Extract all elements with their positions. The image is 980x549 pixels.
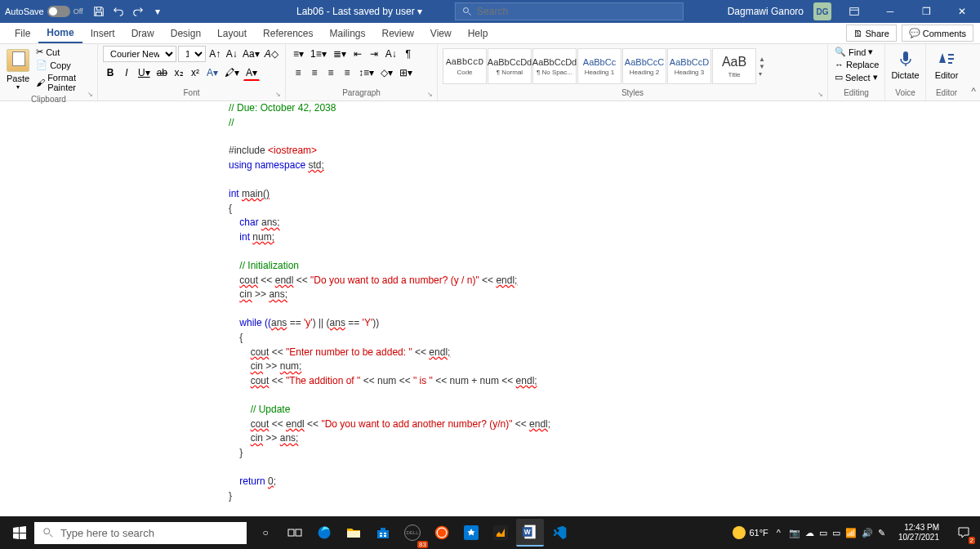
start-button[interactable] <box>5 518 34 547</box>
camera-icon[interactable]: 📷 <box>789 528 800 538</box>
styles-up-icon[interactable]: ▲ <box>759 56 765 63</box>
style-heading2[interactable]: AaBbCcCHeading 2 <box>622 48 666 84</box>
editor-button[interactable]: Editor <box>931 46 962 83</box>
clear-format-icon[interactable]: A◇ <box>263 46 280 62</box>
font-color-icon[interactable]: A▾ <box>243 65 260 81</box>
ribbon-display-icon[interactable] <box>841 0 867 23</box>
tray-chevron-icon[interactable]: ^ <box>777 528 781 538</box>
select-button[interactable]: ▭ Select ▾ <box>833 71 880 83</box>
tab-view[interactable]: View <box>422 25 460 42</box>
highlight-icon[interactable]: 🖍▾ <box>222 65 242 81</box>
grow-font-icon[interactable]: A↑ <box>207 46 223 62</box>
wifi-icon[interactable]: 📶 <box>845 528 857 538</box>
dictate-button[interactable]: Dictate <box>890 46 920 83</box>
clock[interactable]: 12:43 PM 10/27/2021 <box>893 523 944 542</box>
replace-button[interactable]: ↔ Replace <box>833 59 880 70</box>
tab-mailings[interactable]: Mailings <box>321 25 373 42</box>
maximize-icon[interactable]: ❐ <box>913 0 939 23</box>
style-normal[interactable]: AaBbCcDd¶ Normal <box>488 48 532 84</box>
store-icon[interactable] <box>369 519 397 547</box>
show-marks-icon[interactable]: ¶ <box>401 46 416 62</box>
superscript-button[interactable]: x² <box>188 65 203 81</box>
styles-launcher-icon[interactable]: ↘ <box>817 91 826 99</box>
vscode-icon[interactable] <box>546 519 573 547</box>
close-icon[interactable]: ✕ <box>949 0 975 23</box>
search-box[interactable] <box>455 2 684 20</box>
tab-review[interactable]: Review <box>374 25 422 42</box>
align-center-icon[interactable]: ≡ <box>307 65 322 81</box>
edge-icon[interactable] <box>310 519 338 547</box>
onedrive-icon[interactable]: ☁ <box>805 528 814 538</box>
justify-icon[interactable]: ≡ <box>340 65 354 81</box>
word-icon[interactable]: W <box>516 519 544 547</box>
text-effects-icon[interactable]: A▾ <box>204 65 220 81</box>
tab-home[interactable]: Home <box>38 24 82 43</box>
clipboard-launcher-icon[interactable]: ↘ <box>87 91 96 99</box>
app-icon[interactable] <box>457 519 485 547</box>
align-right-icon[interactable]: ≡ <box>323 65 338 81</box>
style-heading3[interactable]: AaBbCcDHeading 3 <box>667 48 711 84</box>
change-case-icon[interactable]: Aa▾ <box>241 46 261 62</box>
qat-more-icon[interactable]: ▾ <box>150 4 165 19</box>
cut-button[interactable]: ✂ Cut <box>34 46 92 58</box>
pen-icon[interactable]: ✎ <box>878 528 885 538</box>
battery-icon[interactable]: ▭ <box>832 528 840 538</box>
groove-icon[interactable] <box>428 519 456 547</box>
shading-icon[interactable]: ◇▾ <box>378 65 395 81</box>
bullets-icon[interactable]: ≡▾ <box>291 46 306 62</box>
username[interactable]: Dagmawi Ganoro <box>728 6 804 17</box>
taskbar-search[interactable]: Type here to search <box>34 522 247 544</box>
redo-icon[interactable] <box>131 4 145 19</box>
cortana-icon[interactable]: ○ <box>252 519 279 547</box>
meet-icon[interactable]: ▭ <box>819 528 827 538</box>
find-button[interactable]: 🔍 Find ▾ <box>833 46 880 58</box>
search-input[interactable] <box>477 6 599 17</box>
styles-down-icon[interactable]: ▼ <box>759 63 765 70</box>
line-spacing-icon[interactable]: ↕≡▾ <box>356 65 376 81</box>
tab-design[interactable]: Design <box>163 25 209 42</box>
style-title[interactable]: AaBTitle <box>712 48 756 84</box>
save-icon[interactable] <box>91 4 106 19</box>
paste-button[interactable]: Paste ▾ <box>5 47 31 92</box>
autosave-toggle[interactable]: AutoSave Off <box>5 6 83 17</box>
comments-button[interactable]: 💬 Comments <box>902 25 973 42</box>
font-name-select[interactable]: Courier New <box>103 46 176 62</box>
decrease-indent-icon[interactable]: ⇤ <box>350 46 365 62</box>
volume-icon[interactable]: 🔊 <box>862 528 873 538</box>
tab-file[interactable]: File <box>7 25 38 42</box>
explorer-icon[interactable] <box>340 519 368 547</box>
document-area[interactable]: // Due: October 42, 2038 // #include <io… <box>0 101 980 516</box>
align-left-icon[interactable]: ≡ <box>291 65 305 81</box>
font-launcher-icon[interactable]: ↘ <box>275 91 283 99</box>
underline-button[interactable]: U▾ <box>136 65 153 81</box>
bold-button[interactable]: B <box>103 65 118 81</box>
style-heading1[interactable]: AaBbCcHeading 1 <box>577 48 621 84</box>
italic-button[interactable]: I <box>119 65 134 81</box>
multilevel-icon[interactable]: ≣▾ <box>331 46 349 62</box>
dell-icon[interactable]: DELL83 <box>399 519 426 547</box>
tab-help[interactable]: Help <box>460 25 497 42</box>
sort-icon[interactable]: A↓ <box>383 46 399 62</box>
task-view-icon[interactable] <box>281 519 309 547</box>
tab-insert[interactable]: Insert <box>82 25 123 42</box>
borders-icon[interactable]: ⊞▾ <box>397 65 415 81</box>
styles-more-icon[interactable]: ▾ <box>759 70 765 78</box>
document-title[interactable]: Lab06 - Last saved by user ▾ <box>296 6 422 17</box>
weather[interactable]: 61°F <box>733 526 768 539</box>
paragraph-launcher-icon[interactable]: ↘ <box>427 91 435 99</box>
increase-indent-icon[interactable]: ⇥ <box>367 46 381 62</box>
toggle-switch[interactable] <box>47 6 70 17</box>
strike-button[interactable]: ab <box>154 65 170 81</box>
numbering-icon[interactable]: 1≡▾ <box>308 46 329 62</box>
collapse-ribbon-icon[interactable]: ^ <box>967 44 980 100</box>
format-painter-button[interactable]: 🖌 Format Painter <box>34 72 92 93</box>
tab-draw[interactable]: Draw <box>123 25 163 42</box>
user-avatar[interactable]: DG <box>813 2 831 20</box>
shrink-font-icon[interactable]: A↓ <box>225 46 240 62</box>
copy-button[interactable]: 📄 Copy <box>34 59 92 71</box>
kindle-icon[interactable] <box>487 519 514 547</box>
tab-references[interactable]: References <box>255 25 321 42</box>
share-button[interactable]: 🖻 Share <box>846 25 896 42</box>
font-size-select[interactable]: 10 <box>178 46 206 62</box>
notifications-icon[interactable]: 2 <box>952 521 975 544</box>
